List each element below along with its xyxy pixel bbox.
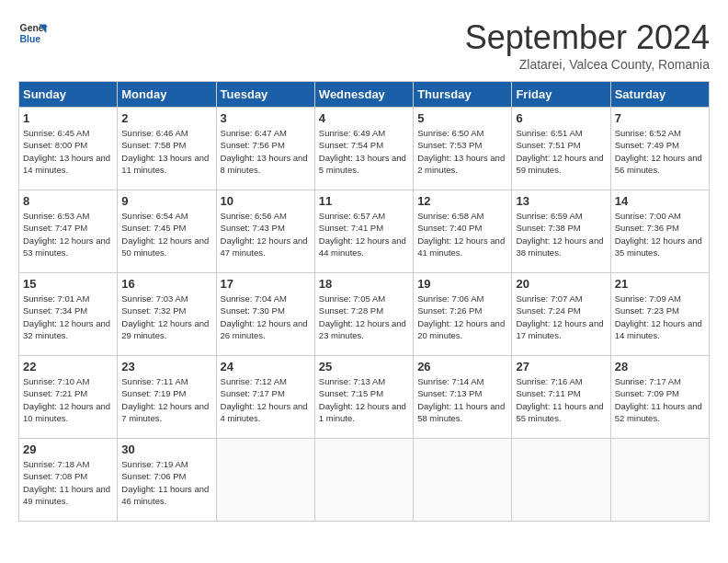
day-number: 17: [221, 277, 311, 291]
day-number: 18: [319, 277, 409, 291]
calendar-cell: 26Sunrise: 7:14 AMSunset: 7:13 PMDayligh…: [414, 356, 512, 439]
calendar-cell: [414, 439, 512, 522]
calendar-row-3: 15Sunrise: 7:01 AMSunset: 7:34 PMDayligh…: [19, 273, 710, 356]
title-block: September 2024 Zlatarei, Valcea County, …: [465, 18, 710, 72]
day-info: Sunrise: 6:51 AMSunset: 7:51 PMDaylight:…: [516, 127, 606, 176]
col-header-tuesday: Tuesday: [216, 82, 314, 108]
day-info: Sunrise: 7:09 AMSunset: 7:23 PMDaylight:…: [615, 293, 705, 341]
logo-icon: General Blue: [18, 18, 48, 48]
calendar-table: SundayMondayTuesdayWednesdayThursdayFrid…: [18, 81, 710, 522]
calendar-cell: 6Sunrise: 6:51 AMSunset: 7:51 PMDaylight…: [512, 108, 610, 190]
day-number: 7: [615, 111, 705, 125]
calendar-cell: 13Sunrise: 6:59 AMSunset: 7:38 PMDayligh…: [512, 190, 610, 273]
calendar-cell: 17Sunrise: 7:04 AMSunset: 7:30 PMDayligh…: [216, 273, 314, 356]
day-number: 28: [615, 360, 705, 373]
calendar-cell: 15Sunrise: 7:01 AMSunset: 7:34 PMDayligh…: [19, 273, 118, 356]
svg-text:Blue: Blue: [20, 34, 41, 44]
calendar-row-4: 22Sunrise: 7:10 AMSunset: 7:21 PMDayligh…: [19, 356, 710, 439]
day-number: 3: [221, 111, 311, 125]
day-info: Sunrise: 7:18 AMSunset: 7:08 PMDaylight:…: [23, 458, 113, 507]
month-title: September 2024: [465, 18, 710, 57]
day-info: Sunrise: 7:10 AMSunset: 7:21 PMDaylight:…: [23, 375, 113, 424]
calendar-row-2: 8Sunrise: 6:53 AMSunset: 7:47 PMDaylight…: [19, 190, 710, 273]
day-number: 4: [319, 111, 409, 125]
calendar-cell: 3Sunrise: 6:47 AMSunset: 7:56 PMDaylight…: [216, 108, 314, 190]
day-number: 20: [516, 277, 606, 291]
day-info: Sunrise: 6:54 AMSunset: 7:45 PMDaylight:…: [121, 210, 211, 259]
calendar-cell: 12Sunrise: 6:58 AMSunset: 7:40 PMDayligh…: [414, 190, 512, 273]
day-info: Sunrise: 6:56 AMSunset: 7:43 PMDaylight:…: [221, 210, 311, 259]
day-info: Sunrise: 7:07 AMSunset: 7:24 PMDaylight:…: [516, 293, 606, 341]
calendar-cell: 14Sunrise: 7:00 AMSunset: 7:36 PMDayligh…: [610, 190, 709, 273]
col-header-saturday: Saturday: [610, 82, 709, 108]
day-info: Sunrise: 6:52 AMSunset: 7:49 PMDaylight:…: [615, 127, 705, 176]
day-number: 8: [23, 194, 113, 208]
day-number: 27: [516, 360, 606, 373]
day-info: Sunrise: 7:13 AMSunset: 7:15 PMDaylight:…: [319, 375, 409, 424]
col-header-monday: Monday: [118, 82, 216, 108]
day-info: Sunrise: 6:47 AMSunset: 7:56 PMDaylight:…: [221, 127, 311, 176]
calendar-cell: 5Sunrise: 6:50 AMSunset: 7:53 PMDaylight…: [414, 108, 512, 190]
calendar-cell: 25Sunrise: 7:13 AMSunset: 7:15 PMDayligh…: [314, 356, 413, 439]
calendar-cell: 10Sunrise: 6:56 AMSunset: 7:43 PMDayligh…: [216, 190, 314, 273]
location: Zlatarei, Valcea County, Romania: [465, 57, 710, 72]
col-header-thursday: Thursday: [414, 82, 512, 108]
day-number: 22: [23, 360, 113, 373]
calendar-cell: 20Sunrise: 7:07 AMSunset: 7:24 PMDayligh…: [512, 273, 610, 356]
day-info: Sunrise: 7:03 AMSunset: 7:32 PMDaylight:…: [121, 293, 211, 341]
day-info: Sunrise: 7:05 AMSunset: 7:28 PMDaylight:…: [319, 293, 409, 341]
day-info: Sunrise: 7:01 AMSunset: 7:34 PMDaylight:…: [23, 293, 113, 341]
day-info: Sunrise: 7:14 AMSunset: 7:13 PMDaylight:…: [417, 375, 507, 424]
calendar-cell: 2Sunrise: 6:46 AMSunset: 7:58 PMDaylight…: [118, 108, 216, 190]
calendar-cell: 21Sunrise: 7:09 AMSunset: 7:23 PMDayligh…: [610, 273, 709, 356]
page-header: General Blue September 2024 Zlatarei, Va…: [18, 18, 710, 72]
day-number: 15: [23, 277, 113, 291]
day-info: Sunrise: 7:11 AMSunset: 7:19 PMDaylight:…: [121, 375, 211, 424]
day-info: Sunrise: 6:57 AMSunset: 7:41 PMDaylight:…: [319, 210, 409, 259]
day-info: Sunrise: 6:49 AMSunset: 7:54 PMDaylight:…: [319, 127, 409, 176]
day-number: 19: [417, 277, 507, 291]
day-number: 2: [121, 111, 211, 125]
day-number: 16: [121, 277, 211, 291]
day-info: Sunrise: 6:50 AMSunset: 7:53 PMDaylight:…: [417, 127, 507, 176]
calendar-cell: 7Sunrise: 6:52 AMSunset: 7:49 PMDaylight…: [610, 108, 709, 190]
calendar-cell: 4Sunrise: 6:49 AMSunset: 7:54 PMDaylight…: [314, 108, 413, 190]
calendar-cell: 11Sunrise: 6:57 AMSunset: 7:41 PMDayligh…: [314, 190, 413, 273]
calendar-cell: [216, 439, 314, 522]
day-number: 9: [121, 194, 211, 208]
calendar-cell: 19Sunrise: 7:06 AMSunset: 7:26 PMDayligh…: [414, 273, 512, 356]
calendar-cell: 28Sunrise: 7:17 AMSunset: 7:09 PMDayligh…: [610, 356, 709, 439]
day-number: 30: [121, 442, 211, 456]
day-number: 25: [319, 360, 409, 373]
calendar-cell: 23Sunrise: 7:11 AMSunset: 7:19 PMDayligh…: [118, 356, 216, 439]
day-number: 23: [121, 360, 211, 373]
day-number: 26: [417, 360, 507, 373]
day-number: 12: [417, 194, 507, 208]
day-info: Sunrise: 6:58 AMSunset: 7:40 PMDaylight:…: [417, 210, 507, 259]
calendar-cell: 29Sunrise: 7:18 AMSunset: 7:08 PMDayligh…: [19, 439, 118, 522]
calendar-cell: 9Sunrise: 6:54 AMSunset: 7:45 PMDaylight…: [118, 190, 216, 273]
calendar-cell: [512, 439, 610, 522]
day-info: Sunrise: 7:12 AMSunset: 7:17 PMDaylight:…: [221, 375, 311, 424]
calendar-cell: 22Sunrise: 7:10 AMSunset: 7:21 PMDayligh…: [19, 356, 118, 439]
day-info: Sunrise: 7:16 AMSunset: 7:11 PMDaylight:…: [516, 375, 606, 424]
calendar-cell: 18Sunrise: 7:05 AMSunset: 7:28 PMDayligh…: [314, 273, 413, 356]
day-info: Sunrise: 7:04 AMSunset: 7:30 PMDaylight:…: [221, 293, 311, 341]
day-info: Sunrise: 6:59 AMSunset: 7:38 PMDaylight:…: [516, 210, 606, 259]
col-header-wednesday: Wednesday: [314, 82, 413, 108]
day-info: Sunrise: 7:00 AMSunset: 7:36 PMDaylight:…: [615, 210, 705, 259]
day-info: Sunrise: 7:17 AMSunset: 7:09 PMDaylight:…: [615, 375, 705, 424]
day-number: 14: [615, 194, 705, 208]
day-number: 6: [516, 111, 606, 125]
calendar-cell: 30Sunrise: 7:19 AMSunset: 7:06 PMDayligh…: [118, 439, 216, 522]
calendar-cell: [314, 439, 413, 522]
logo: General Blue: [18, 18, 48, 48]
calendar-cell: 8Sunrise: 6:53 AMSunset: 7:47 PMDaylight…: [19, 190, 118, 273]
day-number: 21: [615, 277, 705, 291]
header-row: SundayMondayTuesdayWednesdayThursdayFrid…: [19, 82, 710, 108]
day-number: 10: [221, 194, 311, 208]
calendar-cell: 16Sunrise: 7:03 AMSunset: 7:32 PMDayligh…: [118, 273, 216, 356]
day-number: 5: [417, 111, 507, 125]
col-header-friday: Friday: [512, 82, 610, 108]
calendar-row-1: 1Sunrise: 6:45 AMSunset: 8:00 PMDaylight…: [19, 108, 710, 190]
